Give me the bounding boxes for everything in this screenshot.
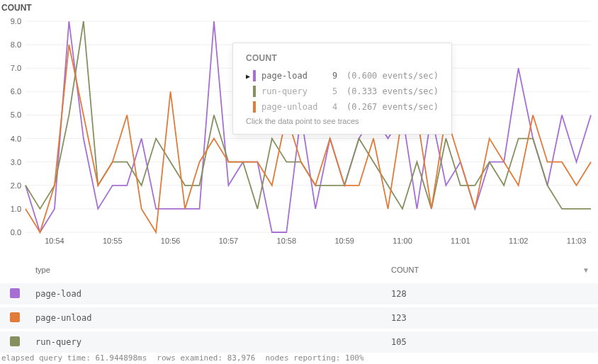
col-header-count-label: COUNT (391, 266, 419, 274)
nodes-reporting: nodes reporting: 100% (265, 353, 363, 363)
svg-text:10:59: 10:59 (334, 237, 354, 245)
svg-text:10:56: 10:56 (161, 237, 181, 245)
series-swatch (253, 86, 256, 97)
table-row[interactable]: page-unload123 (0, 307, 598, 329)
svg-text:10:55: 10:55 (103, 237, 123, 245)
tooltip-row[interactable]: run-query5(0.333 events/sec) (246, 86, 439, 97)
chart-area[interactable]: 0.01.02.03.04.05.06.07.08.09.010:5410:55… (0, 13, 598, 254)
elapsed-time: elapsed query time: 61.944898ms (1, 353, 147, 363)
table-row[interactable]: run-query105 (0, 331, 598, 353)
tooltip-series-value: 4 (332, 102, 346, 112)
table-header-row: type COUNT ▼ (0, 259, 598, 280)
row-type: page-load (35, 289, 391, 299)
series-swatch (253, 70, 256, 81)
tooltip-series-rate: (0.600 events/sec) (346, 71, 439, 81)
tooltip-series-value: 9 (332, 71, 346, 81)
tooltip-row[interactable]: ▶page-load9(0.600 events/sec) (246, 70, 439, 81)
svg-text:0.0: 0.0 (11, 228, 21, 237)
svg-text:11:02: 11:02 (509, 237, 529, 245)
series-swatch (10, 288, 20, 298)
svg-text:11:00: 11:00 (393, 237, 412, 245)
svg-text:4.0: 4.0 (11, 135, 21, 143)
tooltip-row[interactable]: page-unload4(0.267 events/sec) (246, 101, 439, 113)
tooltip-title: COUNT (246, 53, 439, 63)
col-header-count[interactable]: COUNT ▼ (391, 266, 589, 274)
row-count: 128 (391, 289, 589, 299)
series-swatch (10, 336, 20, 346)
svg-text:2.0: 2.0 (11, 181, 21, 190)
svg-text:9.0: 9.0 (11, 17, 21, 25)
tooltip: COUNT ▶page-load9(0.600 events/sec)run-q… (232, 42, 452, 135)
rows-examined: rows examined: 83,976 (157, 353, 255, 363)
svg-text:3.0: 3.0 (11, 158, 21, 166)
row-type: run-query (35, 337, 391, 347)
chart-title: COUNT (0, 0, 598, 13)
tooltip-series-rate: (0.333 events/sec) (346, 86, 439, 96)
row-count: 123 (391, 313, 589, 323)
row-count: 105 (391, 337, 589, 347)
svg-text:7.0: 7.0 (11, 64, 21, 72)
svg-text:10:58: 10:58 (277, 237, 297, 245)
col-header-type[interactable]: type (35, 266, 391, 274)
series-swatch (10, 312, 20, 322)
svg-text:10:54: 10:54 (45, 237, 64, 245)
table-row[interactable]: page-load128 (0, 283, 598, 305)
svg-text:6.0: 6.0 (11, 87, 21, 96)
tooltip-hint: Click the data point to see traces (246, 117, 439, 125)
svg-text:11:01: 11:01 (451, 237, 470, 245)
series-swatch (253, 101, 256, 113)
svg-text:8.0: 8.0 (11, 40, 21, 49)
row-type: page-unload (35, 313, 391, 323)
tooltip-series-name: run-query (261, 86, 332, 96)
svg-text:5.0: 5.0 (11, 110, 21, 119)
svg-text:10:57: 10:57 (219, 237, 239, 245)
tooltip-series-name: page-unload (261, 102, 332, 112)
svg-text:11:03: 11:03 (567, 237, 587, 245)
results-table: type COUNT ▼ page-load128page-unload123r… (0, 259, 598, 353)
active-marker-icon: ▶ (246, 72, 253, 80)
tooltip-series-rate: (0.267 events/sec) (346, 102, 439, 112)
svg-text:1.0: 1.0 (11, 205, 21, 213)
tooltip-series-value: 5 (332, 86, 346, 96)
sort-desc-icon: ▼ (582, 266, 589, 274)
tooltip-series-name: page-load (261, 71, 332, 81)
query-footer: elapsed query time: 61.944898ms rows exa… (1, 353, 364, 363)
